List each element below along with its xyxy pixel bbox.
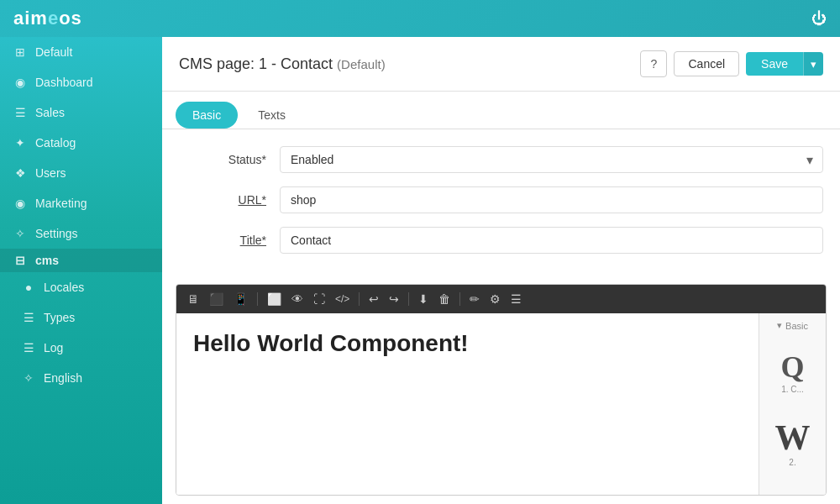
status-row: Status* Enabled Disabled ▾ (179, 146, 823, 173)
cms-icon: ⊟ (13, 254, 27, 267)
sidebar-item-settings[interactable]: ✧ Settings (0, 218, 162, 249)
panel-item-2-sub: 2. (789, 458, 795, 467)
types-icon: ☰ (22, 311, 35, 324)
save-group: Save ▾ (746, 52, 823, 76)
panel-item-2[interactable]: W 2. (768, 408, 818, 475)
download-icon[interactable]: ⬇ (416, 290, 431, 308)
mobile-icon[interactable]: 📱 (231, 290, 250, 308)
users-icon: ❖ (13, 166, 27, 180)
toolbar-sep-3 (408, 292, 409, 306)
settings-icon: ✧ (13, 227, 27, 240)
sidebar-item-users[interactable]: ❖ Users (0, 158, 162, 188)
sidebar-item-log[interactable]: ☰ Log (0, 333, 162, 363)
tab-basic[interactable]: Basic (176, 102, 238, 129)
status-label: Status* (179, 153, 280, 166)
sales-icon: ☰ (13, 106, 27, 119)
redo-icon[interactable]: ↪ (386, 290, 402, 308)
page-header: CMS page: 1 - Contact (Default) ? Cancel… (162, 37, 840, 92)
sidebar-item-marketing[interactable]: ◉ Marketing (0, 188, 162, 218)
eye-icon[interactable]: 👁 (289, 290, 306, 308)
pen-icon[interactable]: ✏ (467, 290, 482, 308)
sidebar-item-english[interactable]: ✧ English (0, 363, 162, 393)
editor-toolbar: 🖥 ⬛ 📱 ⬜ 👁 ⛶ </> ↩ ↪ ⬇ 🗑 ✏ ⚙ (176, 285, 826, 313)
panel-item-1-letter: Q (780, 349, 804, 385)
toolbar-sep-4 (459, 292, 460, 306)
marketing-icon: ◉ (13, 197, 27, 210)
tablet-icon[interactable]: ⬛ (207, 290, 226, 308)
url-input[interactable] (280, 186, 823, 213)
chevron-down-icon: ▾ (777, 320, 782, 331)
catalog-icon: ✦ (13, 136, 27, 150)
sidebar-item-types[interactable]: ☰ Types (0, 302, 162, 333)
url-label: URL* (179, 193, 280, 207)
sidebar-item-cms[interactable]: ⊟ cms (0, 249, 162, 272)
title-input[interactable] (280, 227, 823, 254)
editor-content-heading: Hello World Component! (193, 330, 742, 357)
toolbar-sep-2 (359, 292, 360, 306)
sidebar: ⊞ Default ◉ Dashboard ☰ Sales ✦ Catalog … (0, 37, 162, 504)
panel-item-1[interactable]: Q 1. C... (768, 338, 818, 405)
dashboard-icon: ◉ (13, 76, 27, 89)
save-button[interactable]: Save (746, 52, 803, 76)
toolbar-sep-1 (257, 292, 258, 306)
url-row: URL* (179, 186, 823, 213)
sidebar-item-catalog[interactable]: ✦ Catalog (0, 128, 162, 158)
editor-section: 🖥 ⬛ 📱 ⬜ 👁 ⛶ </> ↩ ↪ ⬇ 🗑 ✏ ⚙ (162, 276, 840, 504)
desktop-icon[interactable]: 🖥 (185, 290, 202, 308)
title-row: Title* (179, 227, 823, 254)
main-layout: ⊞ Default ◉ Dashboard ☰ Sales ✦ Catalog … (0, 37, 840, 504)
frame-icon[interactable]: ⬜ (265, 290, 284, 308)
help-button[interactable]: ? (640, 50, 667, 77)
panel-title: ▾ Basic (777, 320, 808, 331)
editor-wrapper: 🖥 ⬛ 📱 ⬜ 👁 ⛶ </> ↩ ↪ ⬇ 🗑 ✏ ⚙ (176, 284, 827, 496)
exit-icon[interactable]: ⏻ (811, 10, 827, 28)
undo-icon[interactable]: ↩ (366, 290, 381, 308)
menu-icon[interactable]: ☰ (508, 290, 524, 308)
status-select[interactable]: Enabled Disabled (280, 146, 823, 173)
code-icon[interactable]: </> (333, 291, 352, 307)
tabs-row: Basic Texts (162, 92, 840, 129)
header-actions: ? Cancel Save ▾ (640, 50, 823, 77)
gear-icon[interactable]: ⚙ (487, 290, 503, 308)
editor-canvas[interactable]: Hello World Component! (176, 313, 759, 495)
app-logo: aimeos (13, 8, 82, 29)
form-section: Status* Enabled Disabled ▾ URL* Title* (162, 129, 840, 276)
title-label: Title* (179, 234, 280, 247)
editor-body: Hello World Component! ▾ Basic Q 1. C...… (176, 313, 826, 495)
tab-texts[interactable]: Texts (241, 102, 302, 129)
english-icon: ✧ (22, 371, 35, 385)
save-dropdown-button[interactable]: ▾ (803, 52, 823, 76)
sidebar-item-locales[interactable]: ● Locales (0, 272, 162, 302)
default-badge: (Default) (337, 57, 386, 71)
sidebar-item-default[interactable]: ⊞ Default (0, 37, 162, 67)
locales-icon: ● (22, 281, 35, 294)
topbar: aimeos ⏻ (0, 0, 840, 37)
cancel-button[interactable]: Cancel (674, 51, 739, 76)
fullscreen-icon[interactable]: ⛶ (311, 290, 328, 308)
content-area: CMS page: 1 - Contact (Default) ? Cancel… (162, 37, 840, 504)
sidebar-item-dashboard[interactable]: ◉ Dashboard (0, 67, 162, 97)
sidebar-item-sales[interactable]: ☰ Sales (0, 97, 162, 128)
grid-icon: ⊞ (13, 45, 27, 59)
page-title: CMS page: 1 - Contact (Default) (179, 55, 386, 73)
log-icon: ☰ (22, 341, 35, 354)
trash-icon[interactable]: 🗑 (436, 290, 453, 308)
panel-item-2-letter: W (775, 417, 811, 458)
panel-item-1-sub: 1. C... (781, 385, 804, 394)
status-select-wrapper: Enabled Disabled ▾ (280, 146, 823, 173)
editor-right-panel: ▾ Basic Q 1. C... W 2. (759, 313, 826, 495)
